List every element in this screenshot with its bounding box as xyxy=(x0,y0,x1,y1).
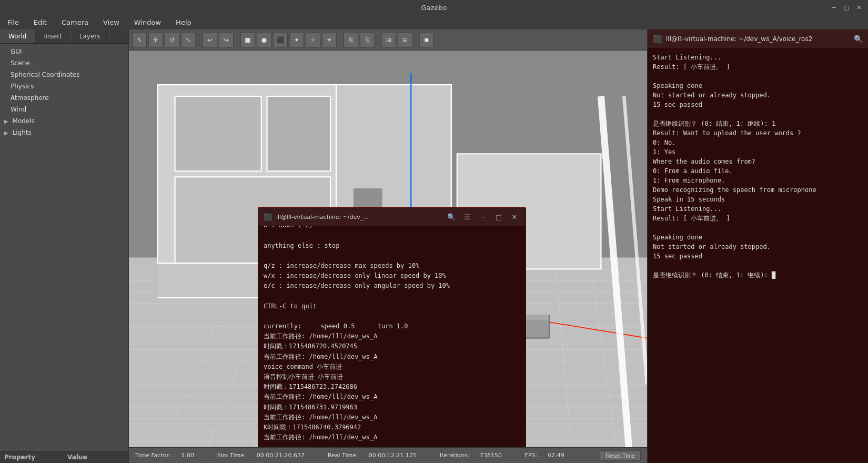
lights-arrow: ▶ xyxy=(4,130,8,136)
tool-pointlight[interactable]: ✦ xyxy=(289,33,304,47)
status-bar: Time Factor: 1.00 | Sim Time: 00 00:21:2… xyxy=(129,447,647,463)
terminal-icon: ⬛ xyxy=(264,213,272,221)
time-factor-label: Time Factor: xyxy=(135,452,171,459)
sep2 xyxy=(237,34,237,46)
fps-label: FPS: xyxy=(525,452,538,459)
tool-align[interactable]: ⊞ xyxy=(381,33,396,47)
bottom-term-title: lll@lll-virtual-machine: ~/dev_... xyxy=(276,214,441,220)
tree-item-models[interactable]: ▶ Models xyxy=(0,115,128,127)
menu-window[interactable]: Window xyxy=(131,17,164,27)
tool-cylinder[interactable]: ⬛ xyxy=(273,33,288,47)
menu-camera[interactable]: Camera xyxy=(58,17,92,27)
fps-value: 62.49 xyxy=(548,452,564,459)
tab-world[interactable]: World xyxy=(0,29,35,43)
real-time-label: Real Time: xyxy=(328,452,358,459)
tool-move[interactable]: ✛ xyxy=(148,33,163,47)
tool-sphere[interactable]: ● xyxy=(257,33,271,47)
window-title: Gazebo xyxy=(421,4,447,12)
world-tree: GUI Scene Spherical Coordinates Physics … xyxy=(0,44,128,451)
tool-rotate[interactable]: ↺ xyxy=(165,33,179,47)
bottom-terminal-content[interactable]: t : up (+z) b : down (-z) anything else … xyxy=(258,226,526,447)
terminal-search-button[interactable]: 🔍 xyxy=(446,211,457,223)
tool-snap[interactable]: ⊟ xyxy=(398,33,412,47)
iterations-label: Iterations: xyxy=(440,452,469,459)
toolbar: ↖ ✛ ↺ ⤡ ↩ ↪ ■ ● ⬛ ✦ ✧ ☀ ⎘ ⎗ ⊞ ⊟ ⏺ xyxy=(129,29,647,51)
left-panel: World Insert Layers GUI Scene Spherical … xyxy=(0,29,129,463)
property-header: Property Value xyxy=(0,451,128,463)
property-section: Property Value xyxy=(0,451,128,463)
sep1 xyxy=(199,34,199,46)
property-col-header: Property xyxy=(0,451,63,463)
right-terminal-search-icon[interactable]: 🔍 xyxy=(854,35,863,43)
tree-item-atmosphere[interactable]: Atmosphere xyxy=(0,92,128,104)
tool-redo[interactable]: ↪ xyxy=(219,33,234,47)
window-controls: ─ □ ✕ xyxy=(829,3,864,12)
tab-bar: World Insert Layers xyxy=(0,29,128,44)
viewport[interactable]: ↖ ✛ ↺ ⤡ ↩ ↪ ■ ● ⬛ ✦ ✧ ☀ ⎘ ⎗ ⊞ ⊟ ⏺ xyxy=(129,29,647,463)
time-factor-value: 1.00 xyxy=(181,452,195,459)
menu-bar: File Edit Camera View Window Help xyxy=(0,15,868,29)
terminal-maximize-button[interactable]: □ xyxy=(493,211,504,223)
menu-edit[interactable]: Edit xyxy=(31,17,50,27)
svg-rect-34 xyxy=(267,96,330,171)
title-bar: Gazebo ─ □ ✕ xyxy=(0,0,868,15)
tool-dirlight[interactable]: ☀ xyxy=(322,33,337,47)
tool-spotlight[interactable]: ✧ xyxy=(306,33,320,47)
terminal-close-button[interactable]: ✕ xyxy=(509,211,520,223)
menu-view[interactable]: View xyxy=(100,17,123,27)
tool-box[interactable]: ■ xyxy=(240,33,255,47)
tool-undo[interactable]: ↩ xyxy=(203,33,217,47)
tree-item-lights[interactable]: ▶ Lights xyxy=(0,127,128,138)
tool-copy[interactable]: ⎘ xyxy=(344,33,358,47)
svg-rect-32 xyxy=(175,96,261,171)
right-panel: ⬛ lll@lll-virtual-machine: ~/dev_ws_A/vo… xyxy=(647,29,868,463)
real-time-value: 00 00:12:21.125 xyxy=(369,452,417,459)
tool-record[interactable]: ⏺ xyxy=(419,33,434,47)
tab-layers[interactable]: Layers xyxy=(71,29,109,43)
tree-item-spherical[interactable]: Spherical Coordinates xyxy=(0,69,128,80)
bottom-terminal: ⬛ lll@lll-virtual-machine: ~/dev_... 🔍 ☰… xyxy=(258,207,526,447)
sim-time-value: 00 00:21:20.637 xyxy=(257,452,305,459)
reset-time-button[interactable]: Reset Time xyxy=(600,450,641,461)
tool-select[interactable]: ↖ xyxy=(132,33,147,47)
value-col-header: Value xyxy=(63,451,128,463)
main-layout: World Insert Layers GUI Scene Spherical … xyxy=(0,29,868,463)
menu-file[interactable]: File xyxy=(4,17,22,27)
terminal-menu-button[interactable]: ☰ xyxy=(461,211,473,223)
tree-item-wind[interactable]: Wind xyxy=(0,104,128,115)
tree-item-gui[interactable]: GUI xyxy=(0,46,128,57)
tab-insert[interactable]: Insert xyxy=(35,29,70,43)
iterations-value: 738150 xyxy=(480,452,502,459)
terminal-minimize-button[interactable]: ─ xyxy=(477,211,489,223)
right-terminal-content[interactable]: Start Listening... Result: [ 小车前进。 ] Spe… xyxy=(648,48,868,463)
maximize-button[interactable]: □ xyxy=(842,3,851,12)
models-arrow: ▶ xyxy=(4,118,8,124)
right-terminal-title: lll@lll-virtual-machine: ~/dev_ws_A/voic… xyxy=(666,35,850,43)
sep3 xyxy=(340,34,340,46)
bottom-terminal-bar: ⬛ lll@lll-virtual-machine: ~/dev_... 🔍 ☰… xyxy=(258,208,526,226)
tool-scale[interactable]: ⤡ xyxy=(181,33,196,47)
minimize-button[interactable]: ─ xyxy=(829,3,839,12)
sep5 xyxy=(416,34,416,46)
right-terminal-bar: ⬛ lll@lll-virtual-machine: ~/dev_ws_A/vo… xyxy=(648,29,868,48)
tool-paste[interactable]: ⎗ xyxy=(360,33,375,47)
tree-item-physics[interactable]: Physics xyxy=(0,80,128,92)
close-button[interactable]: ✕ xyxy=(854,3,864,12)
menu-help[interactable]: Help xyxy=(173,17,195,27)
tree-item-scene[interactable]: Scene xyxy=(0,57,128,69)
right-terminal-icon: ⬛ xyxy=(653,35,662,43)
sep4 xyxy=(378,34,378,46)
sim-time-label: Sim Time: xyxy=(217,452,246,459)
